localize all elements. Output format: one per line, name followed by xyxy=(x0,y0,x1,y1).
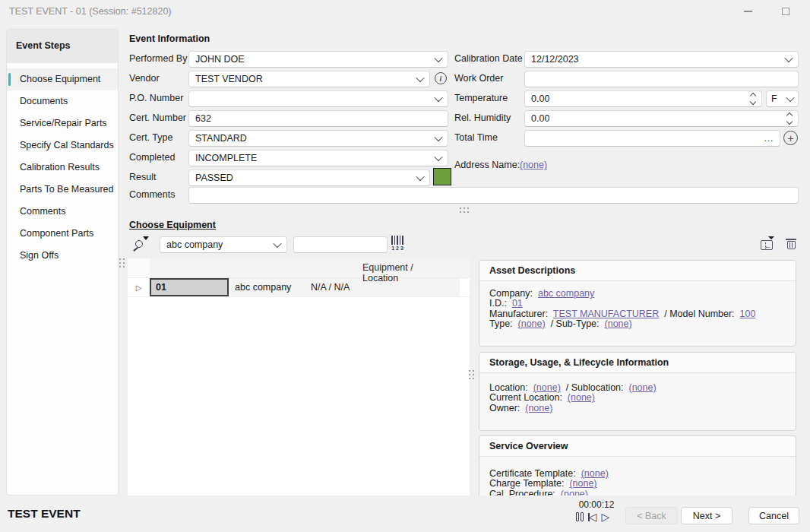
delete-equipment-button[interactable] xyxy=(786,237,796,250)
humidity-stepper[interactable]: 0.00 xyxy=(524,110,799,127)
add-time-button[interactable] xyxy=(783,131,798,145)
current-location-link[interactable]: (none) xyxy=(568,392,595,403)
info-icon[interactable] xyxy=(435,72,447,84)
spinner-icon[interactable] xyxy=(751,93,755,104)
total-time-label: Total Time xyxy=(454,132,498,144)
sidebar-item-comments[interactable]: Comments xyxy=(7,201,118,223)
owner-link[interactable]: (none) xyxy=(525,403,552,413)
address-name-link[interactable]: (none) xyxy=(520,160,547,170)
comments-input[interactable] xyxy=(188,187,799,204)
calibration-date-select[interactable]: 12/12/2023 xyxy=(524,51,799,68)
calibration-date-value: 12/12/2023 xyxy=(531,54,579,65)
pause-icon xyxy=(581,512,584,521)
maximize-icon xyxy=(782,8,789,15)
type-link[interactable]: (none) xyxy=(518,318,546,329)
pause-button[interactable] xyxy=(576,512,584,521)
caret-down-icon xyxy=(768,236,774,239)
equipment-id-cell[interactable]: 01 xyxy=(150,278,229,296)
minimize-button[interactable] xyxy=(732,0,763,23)
certificate-template-link[interactable]: (none) xyxy=(581,468,609,479)
barcode-scan-button[interactable]: 123 xyxy=(390,236,407,254)
total-time-input[interactable] xyxy=(524,130,780,147)
id-line: I.D.: 01 xyxy=(489,299,786,309)
temperature-stepper[interactable]: 0.00 xyxy=(524,90,762,107)
result-select[interactable]: PASSED xyxy=(188,169,430,186)
spin-down-icon xyxy=(750,99,756,105)
maximize-button[interactable] xyxy=(770,0,801,23)
spinner-icon[interactable] xyxy=(787,113,792,124)
splitter-grip-vertical-left[interactable] xyxy=(119,258,121,260)
current-location-label: Current Location: xyxy=(489,392,562,403)
id-link[interactable]: 01 xyxy=(512,298,523,309)
vendor-select[interactable]: TEST VENDOR xyxy=(188,71,430,87)
equipment-table-header[interactable]: Equipment / Location xyxy=(128,258,470,278)
choose-equipment-title: Choose Equipment xyxy=(129,220,216,230)
charge-template-label: Charge Template: xyxy=(489,478,564,489)
sidebar-item-sign-offs[interactable]: Sign Offs xyxy=(7,245,118,267)
spin-down-icon xyxy=(786,119,793,125)
performed-by-label: Performed By xyxy=(129,53,187,65)
sidebar-item-choose-equipment[interactable]: Choose Equipment xyxy=(7,68,118,90)
chevron-down-icon xyxy=(434,93,442,102)
panel-title: Storage, Usage, & Lifecycle Information xyxy=(479,353,796,373)
event-steps-sidebar: Event Steps Choose Equipment Documents S… xyxy=(6,29,119,496)
manufacturer-link[interactable]: TEST MANUFACTURER xyxy=(553,309,659,319)
performed-by-select[interactable]: JOHN DOE xyxy=(188,51,448,68)
humidity-value: 0.00 xyxy=(531,113,549,124)
chevron-down-icon xyxy=(416,173,424,181)
cancel-button[interactable]: Cancel xyxy=(748,507,799,524)
arrow-left-icon xyxy=(764,241,772,250)
sidebar-item-service-repair-parts[interactable]: Service/Repair Parts xyxy=(7,112,118,135)
expander-icon xyxy=(136,282,142,293)
event-information-title: Event Information xyxy=(129,33,210,44)
chevron-down-icon xyxy=(434,153,442,161)
splitter-grip-vertical-right[interactable] xyxy=(469,370,470,372)
owner-line: Owner: (none) xyxy=(489,404,786,413)
sidebar-header: Event Steps xyxy=(7,30,118,63)
comments-label: Comments xyxy=(129,189,175,201)
splitter-grip-horizontal[interactable] xyxy=(460,207,461,209)
play-button[interactable] xyxy=(601,511,609,522)
next-button[interactable]: Next > xyxy=(681,507,732,524)
location-line: Location: (none) / Sublocation: (none) xyxy=(489,383,786,393)
search-filter-button[interactable] xyxy=(133,236,151,252)
sidebar-item-label: Component Parts xyxy=(20,228,93,239)
sidebar-item-calibration-results[interactable]: Calibration Results xyxy=(7,157,118,179)
sidebar-item-component-parts[interactable]: Component Parts xyxy=(7,223,118,245)
company-line: Company: abc company xyxy=(489,289,786,299)
cert-number-input[interactable]: 632 xyxy=(188,110,448,127)
cert-type-select[interactable]: STANDARD xyxy=(188,130,448,147)
sidebar-item-parts-to-be-measured[interactable]: Parts To Be Measured xyxy=(7,179,118,201)
completed-select[interactable]: INCOMPLETE xyxy=(188,150,448,166)
charge-template-link[interactable]: (none) xyxy=(569,478,596,489)
company-link[interactable]: abc company xyxy=(538,288,594,299)
po-number-select[interactable] xyxy=(188,90,448,107)
subtype-link[interactable]: (none) xyxy=(605,318,632,329)
panel-body: Company: abc company I.D.: 01 Manufactur… xyxy=(479,281,796,337)
cal-procedure-link[interactable]: (none) xyxy=(561,489,588,496)
restart-timer-button[interactable] xyxy=(588,511,596,522)
sidebar-item-documents[interactable]: Documents xyxy=(7,90,118,112)
sidebar-item-specify-cal-standards[interactable]: Specify Cal Standards xyxy=(7,135,118,157)
sidebar-item-label: Service/Repair Parts xyxy=(20,118,107,128)
type-line: Type: (none) / Sub-Type: (none) xyxy=(489,319,786,329)
certificate-template-label: Certificate Template: xyxy=(489,468,576,479)
sublocation-link[interactable]: (none) xyxy=(628,382,656,393)
header-corner-cell xyxy=(128,258,150,277)
ellipsis-button[interactable] xyxy=(764,135,774,142)
equipment-location-column-header[interactable]: Equipment / Location xyxy=(362,262,434,283)
temperature-unit-select[interactable]: F xyxy=(766,90,799,107)
back-button[interactable]: < Back xyxy=(625,507,678,524)
location-link[interactable]: (none) xyxy=(533,382,561,393)
add-equipment-button[interactable] xyxy=(760,238,774,250)
company-filter-select[interactable]: abc company xyxy=(160,236,287,253)
chevron-down-icon xyxy=(273,239,281,248)
work-order-input[interactable] xyxy=(524,71,799,87)
equipment-search-input[interactable] xyxy=(293,236,388,253)
caret-down-icon xyxy=(143,236,149,240)
equipment-company-cell[interactable]: abc company xyxy=(229,278,305,296)
model-number-link[interactable]: 100 xyxy=(740,309,756,319)
sidebar-item-label: Calibration Results xyxy=(20,162,100,173)
row-expander[interactable] xyxy=(128,278,150,296)
certificate-template-line: Certificate Template: (none) xyxy=(489,469,786,479)
